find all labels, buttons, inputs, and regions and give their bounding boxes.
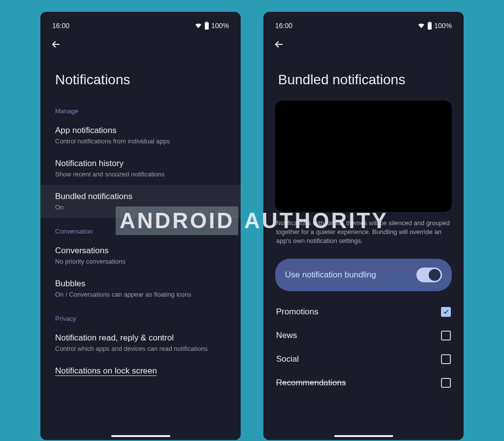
nav-bar-icon[interactable] [334, 435, 393, 437]
category-label: Recommendations [276, 378, 346, 388]
item-title: Bundled notifications [55, 192, 226, 202]
wifi-icon [194, 22, 202, 30]
item-title: App notifications [55, 126, 226, 136]
category-recommendations[interactable]: Recommendations [263, 371, 464, 391]
battery-icon [427, 22, 432, 30]
section-header-privacy: Privacy [40, 308, 241, 326]
item-subtitle: Control notifications from individual ap… [55, 137, 226, 145]
phone-right: 16:00 100% Bundled notifications Notific… [263, 12, 464, 440]
battery-icon [204, 22, 209, 30]
item-bundled-notifications[interactable]: Bundled notifications On [40, 185, 241, 218]
checkbox-icon[interactable] [441, 378, 451, 388]
page-title: Bundled notifications [263, 57, 464, 101]
switch-icon[interactable] [416, 268, 442, 282]
toggle-notification-bundling[interactable]: Use notification bundling [275, 259, 452, 291]
item-subtitle: No priority conversations [55, 258, 226, 265]
category-news[interactable]: News [263, 324, 464, 347]
status-bar: 16:00 100% [263, 12, 464, 34]
item-notification-read[interactable]: Notification read, reply & control Contr… [40, 326, 241, 359]
svg-rect-3 [429, 22, 431, 23]
item-subtitle: Control which apps and devices can read … [55, 345, 226, 352]
status-time: 16:00 [52, 22, 69, 30]
checkbox-icon[interactable] [441, 354, 451, 364]
preview-placeholder [275, 101, 452, 212]
section-header-conversation: Conversation [40, 221, 241, 239]
item-title: Notification history [55, 159, 226, 169]
item-notification-history[interactable]: Notification history Show recent and sno… [40, 152, 241, 185]
phone-left: 16:00 100% Notifications Manage App noti… [40, 12, 241, 440]
item-title: Notifications on lock screen [55, 366, 226, 376]
svg-rect-1 [206, 22, 208, 23]
toggle-label: Use notification bundling [285, 270, 376, 280]
checkbox-icon[interactable] [441, 331, 451, 340]
item-subtitle: On [55, 204, 226, 211]
status-bar: 16:00 100% [40, 12, 241, 34]
status-battery-percent: 100% [434, 22, 452, 30]
item-title: Notification read, reply & control [55, 333, 226, 343]
category-label: Social [276, 354, 299, 364]
back-icon[interactable] [273, 43, 285, 52]
section-header-manage: Manage [40, 101, 241, 119]
item-subtitle: Show recent and snoozed notifications [55, 170, 226, 178]
checkbox-checked-icon[interactable] [441, 307, 451, 317]
category-promotions[interactable]: Promotions [263, 300, 464, 324]
back-icon[interactable] [50, 43, 62, 52]
item-bubbles[interactable]: Bubbles On / Conversations can appear as… [40, 272, 241, 305]
item-lock-screen[interactable]: Notifications on lock screen [40, 359, 241, 383]
status-icons: 100% [417, 22, 452, 30]
item-app-notifications[interactable]: App notifications Control notifications … [40, 119, 241, 152]
status-icons: 100% [194, 22, 229, 30]
svg-rect-2 [428, 23, 432, 30]
status-time: 16:00 [275, 22, 292, 30]
category-label: News [276, 331, 297, 340]
item-title: Conversations [55, 246, 226, 256]
category-social[interactable]: Social [263, 347, 464, 371]
item-subtitle-cutoff [55, 378, 226, 382]
svg-rect-0 [205, 23, 209, 30]
description-text: Notifications with similar themes will b… [263, 212, 464, 251]
item-conversations[interactable]: Conversations No priority conversations [40, 239, 241, 272]
item-subtitle: On / Conversations can appear as floatin… [55, 291, 226, 298]
page-title: Notifications [40, 57, 241, 101]
nav-bar-icon[interactable] [111, 435, 170, 437]
item-title: Bubbles [55, 279, 226, 289]
status-battery-percent: 100% [211, 22, 229, 30]
category-label: Promotions [276, 307, 318, 317]
wifi-icon [417, 22, 425, 30]
